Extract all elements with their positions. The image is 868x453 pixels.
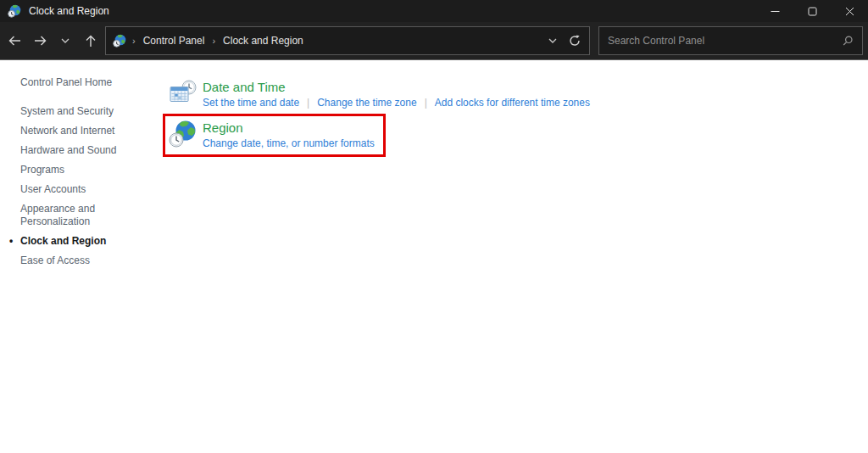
refresh-button[interactable] xyxy=(564,29,586,53)
breadcrumb-separator: › xyxy=(130,36,138,46)
up-button[interactable] xyxy=(78,27,103,54)
search-icon xyxy=(841,35,854,48)
back-button[interactable] xyxy=(2,27,27,54)
section-title-date-and-time[interactable]: Date and Time xyxy=(203,80,590,94)
control-panel-window: Clock and Region xyxy=(0,0,868,453)
sidebar-item-label: Network and Internet xyxy=(20,125,114,137)
minimize-button[interactable] xyxy=(756,0,793,22)
clock-region-breadcrumb-icon xyxy=(113,34,126,48)
link-set-the-time-and-date[interactable]: Set the time and date xyxy=(203,97,299,109)
sidebar-item-network-and-internet[interactable]: Network and Internet xyxy=(20,125,132,137)
breadcrumb-separator: › xyxy=(209,36,218,46)
sidebar-item-appearance-and-personalization[interactable]: Appearance and Personalization xyxy=(20,203,132,228)
section-links: Change date, time, or number formats xyxy=(203,137,375,149)
section-date-and-time: Date and TimeSet the time and date|Chang… xyxy=(169,79,590,109)
active-item-bullet: • xyxy=(9,235,13,248)
maximize-button[interactable] xyxy=(793,0,831,22)
link-separator: | xyxy=(425,97,427,109)
link-add-clocks-for-different-time-zones[interactable]: Add clocks for different time zones xyxy=(435,97,590,109)
close-button[interactable] xyxy=(831,0,868,22)
sidebar-item-label: Ease of Access xyxy=(20,254,90,266)
sidebar-item-ease-of-access[interactable]: Ease of Access xyxy=(20,254,132,267)
section-links: Set the time and date|Change the time zo… xyxy=(203,97,590,109)
content: Date and TimeSet the time and date|Chang… xyxy=(161,60,868,453)
window-controls xyxy=(756,0,868,22)
section-text: Date and TimeSet the time and date|Chang… xyxy=(203,79,590,109)
sidebar-item-clock-and-region[interactable]: •Clock and Region xyxy=(20,235,132,248)
address-dropdown-chevron-icon[interactable] xyxy=(542,29,564,53)
breadcrumb-control-panel[interactable]: Control Panel xyxy=(138,33,210,48)
breadcrumb-clock-and-region[interactable]: Clock and Region xyxy=(218,33,309,48)
window-title: Clock and Region xyxy=(29,5,109,17)
sidebar-item-label: Programs xyxy=(20,164,64,176)
sidebar-item-label: Clock and Region xyxy=(20,235,106,247)
sidebar-item-label: System and Security xyxy=(20,105,114,117)
sidebar-item-label: Appearance and Personalization xyxy=(20,203,95,227)
sidebar-item-hardware-and-sound[interactable]: Hardware and Sound xyxy=(20,144,132,157)
forward-button[interactable] xyxy=(27,27,53,54)
link-change-date-time-or-number-formats[interactable]: Change date, time, or number formats xyxy=(203,137,375,149)
sidebar-item-label: Hardware and Sound xyxy=(20,144,116,156)
search-box xyxy=(598,26,863,55)
section-region: RegionChange date, time, or number forma… xyxy=(163,114,386,157)
section-text: RegionChange date, time, or number forma… xyxy=(203,120,375,149)
sidebar: Control Panel HomeSystem and SecurityNet… xyxy=(0,60,161,453)
titlebar: Clock and Region xyxy=(0,0,868,22)
address-bar[interactable]: › Control Panel › Clock and Region xyxy=(105,26,590,55)
sidebar-item-label: Control Panel Home xyxy=(20,76,112,88)
sidebar-item-user-accounts[interactable]: User Accounts xyxy=(20,183,132,196)
link-change-the-time-zone[interactable]: Change the time zone xyxy=(317,97,416,109)
sidebar-item-control-panel-home[interactable]: Control Panel Home xyxy=(20,76,132,89)
calendar-clock-icon xyxy=(169,79,198,108)
clock-region-app-icon xyxy=(8,4,21,18)
window-body: Control Panel HomeSystem and SecurityNet… xyxy=(0,60,868,453)
sidebar-item-programs[interactable]: Programs xyxy=(20,164,132,176)
navigation-toolbar: › Control Panel › Clock and Region xyxy=(0,22,868,60)
globe-clock-icon xyxy=(169,120,198,148)
section-title-region[interactable]: Region xyxy=(203,120,375,135)
search-input[interactable] xyxy=(608,35,841,47)
recent-pages-chevron-icon[interactable] xyxy=(53,27,78,54)
sidebar-item-label: User Accounts xyxy=(20,183,86,195)
link-separator: | xyxy=(307,97,309,109)
sidebar-item-system-and-security[interactable]: System and Security xyxy=(20,105,132,118)
